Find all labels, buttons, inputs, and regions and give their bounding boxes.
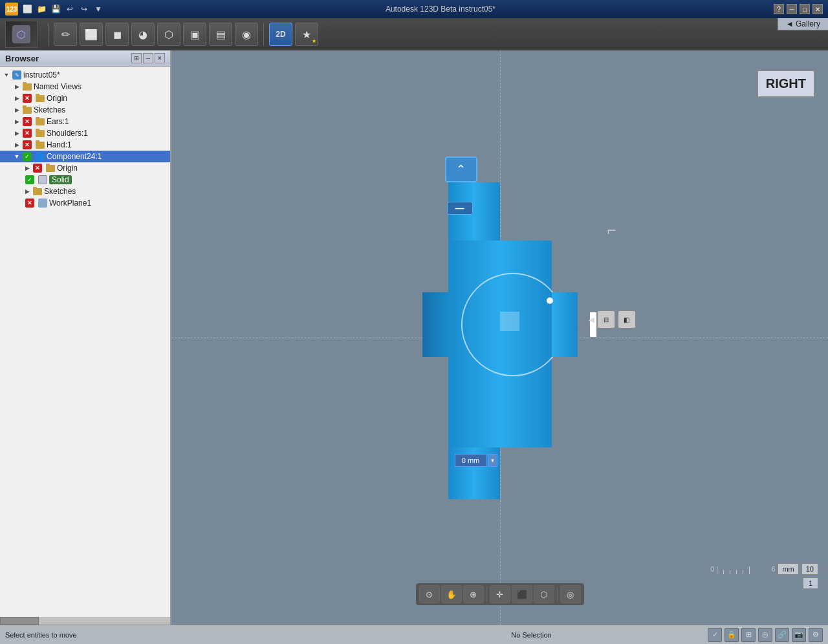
cross-left-arm xyxy=(422,292,448,357)
c24-origin-label: Origin xyxy=(57,164,78,173)
open-button[interactable]: 📁 xyxy=(35,3,48,16)
close-button[interactable]: ✕ xyxy=(812,4,823,14)
tool-2d[interactable]: 2D xyxy=(269,23,292,46)
status-lock-icon[interactable]: 🔒 xyxy=(724,628,739,642)
tree-origin[interactable]: ▶ ✕ Origin xyxy=(0,92,170,104)
component24-arrow[interactable]: ▼ xyxy=(13,153,21,160)
browser-min-btn[interactable]: ─ xyxy=(143,53,153,63)
tree-component24[interactable]: ▼ ✓ Component24:1 xyxy=(0,151,170,162)
tool-frame2[interactable]: ▤ xyxy=(209,23,232,46)
tree-sketches[interactable]: ▶ Sketches xyxy=(0,104,170,116)
status-settings-icon[interactable]: ⚙ xyxy=(809,628,823,642)
c24-origin-arrow[interactable]: ▶ xyxy=(23,164,31,172)
nav-move-btn[interactable]: ✛ xyxy=(490,585,510,603)
cross-right-arm xyxy=(552,292,578,357)
main-toolbar: ⬡ ✏ ⬜ ◼ ◕ ⬡ ▣ ▤ ◉ 2D ★ xyxy=(0,18,828,50)
tree-c24-workplane[interactable]: ✕ WorkPlane1 xyxy=(0,197,170,209)
tool-sphere[interactable]: ◕ xyxy=(131,23,155,46)
new-button[interactable]: ⬜ xyxy=(21,3,34,16)
cross-shape[interactable]: ⌃ — ◂ ⊟ ◧ ⌐ ▼ xyxy=(422,241,578,447)
corner-indicator: ⌐ xyxy=(607,221,616,239)
tool-box[interactable]: ⬜ xyxy=(80,23,103,46)
title-bar: 123 ⬜ 📁 💾 ↩ ↪ ▼ Autodesk 123D Beta instr… xyxy=(0,0,828,18)
nav-zoom-btn[interactable]: ⊕ xyxy=(463,585,484,603)
tree-ears[interactable]: ▶ ✕ Ears:1 xyxy=(0,116,170,127)
ctrl-btn-2[interactable]: ◧ xyxy=(618,310,636,328)
ears-label: Ears:1 xyxy=(47,117,69,126)
root-icon: ✎ xyxy=(12,70,22,80)
nav-look-btn[interactable]: ◎ xyxy=(560,585,581,603)
shoulders-icon: ✕ xyxy=(22,129,32,138)
tool-star[interactable]: ★ xyxy=(295,23,318,46)
browser-grid-btn[interactable]: ⊞ xyxy=(131,53,142,63)
browser-scrollbar[interactable] xyxy=(0,617,170,625)
tool-solid[interactable]: ◼ xyxy=(105,23,129,46)
shape-input-container: ▼ xyxy=(455,454,497,467)
file-tree: ▼ ✎ instruct05* ▶ Named Views ▶ xyxy=(0,67,170,625)
undo-button[interactable]: ↩ xyxy=(63,3,76,16)
root-arrow[interactable]: ▼ xyxy=(3,71,10,79)
tree-root[interactable]: ▼ ✎ instruct05* xyxy=(0,69,170,81)
arrow-right-icon: ◂ xyxy=(589,312,594,327)
named-views-icon xyxy=(22,82,32,91)
quick-access-toolbar: ⬜ 📁 💾 ↩ ↪ ▼ xyxy=(21,3,105,16)
tree-c24-origin[interactable]: ▶ ✕ Origin xyxy=(0,162,170,174)
save-button[interactable]: 💾 xyxy=(49,3,62,16)
window-controls: ? ─ □ ✕ xyxy=(774,4,823,14)
named-views-arrow[interactable]: ▶ xyxy=(13,83,21,91)
nav-face-btn[interactable]: ⬡ xyxy=(534,585,554,603)
c24-solid-icon1: ✓ xyxy=(25,175,35,184)
tool-frame[interactable]: ▣ xyxy=(183,23,206,46)
viewport[interactable]: RIGHT ⌃ xyxy=(171,50,828,625)
ctrl-btn-1[interactable]: ⊟ xyxy=(597,310,615,328)
shape-input-field[interactable] xyxy=(455,454,487,467)
zoom-badge: 10 xyxy=(801,563,818,575)
tree-hand[interactable]: ▶ ✕ Hand:1 xyxy=(0,139,170,151)
shape-minus-button[interactable]: — xyxy=(447,202,473,215)
redo-button[interactable]: ↪ xyxy=(78,3,91,16)
c24-sketches-arrow[interactable]: ▶ xyxy=(23,188,31,195)
component24-icon2 xyxy=(35,152,45,161)
help-button[interactable]: ? xyxy=(774,4,784,14)
c24-sketches-icon xyxy=(32,187,43,196)
browser-panel: Browser ⊞ ─ ✕ ▼ ✎ instruct05* ▶ xyxy=(0,50,171,625)
maximize-button[interactable]: □ xyxy=(800,4,810,14)
c24-solid-icon2 xyxy=(38,175,48,184)
nav-pan-btn[interactable]: ✋ xyxy=(441,585,462,603)
browser-close-btn[interactable]: ✕ xyxy=(155,53,165,63)
status-grid-icon[interactable]: ⊞ xyxy=(741,628,756,642)
status-link-icon[interactable]: 🔗 xyxy=(775,628,789,642)
toolbar-logo: ⬡ xyxy=(5,21,38,48)
minimize-button[interactable]: ─ xyxy=(787,4,797,14)
sketches-label: Sketches xyxy=(34,105,65,114)
scroll-thumb[interactable] xyxy=(0,617,39,625)
status-left-text: Select entities to move xyxy=(5,631,355,639)
shoulders-arrow[interactable]: ▶ xyxy=(13,129,21,137)
nav-orbit-btn[interactable]: ⊙ xyxy=(419,585,440,603)
tree-c24-solid[interactable]: ✓ Solid xyxy=(0,174,170,186)
sketches-arrow[interactable]: ▶ xyxy=(13,106,21,114)
shape-input-dropdown[interactable]: ▼ xyxy=(488,454,497,467)
tree-shoulders[interactable]: ▶ ✕ Shoulders:1 xyxy=(0,127,170,139)
tool-globe[interactable]: ◉ xyxy=(235,23,258,46)
ears-arrow[interactable]: ▶ xyxy=(13,118,21,125)
toolbar-separator-2 xyxy=(263,23,264,46)
tool-pencil[interactable]: ✏ xyxy=(54,23,77,46)
origin-folder-icon xyxy=(35,94,45,103)
nav-extrude-btn[interactable]: ⬛ xyxy=(512,585,532,603)
status-snap-icon[interactable]: ◎ xyxy=(758,628,772,642)
title-bar-left: 123 ⬜ 📁 💾 ↩ ↪ ▼ xyxy=(5,3,107,16)
gallery-tab[interactable]: ◄ Gallery xyxy=(778,18,828,30)
tree-named-views[interactable]: ▶ Named Views xyxy=(0,81,170,92)
tree-c24-sketches[interactable]: ▶ Sketches xyxy=(0,186,170,197)
status-check-icon[interactable]: ✓ xyxy=(708,628,722,642)
ruler-area: 0 6 mm 10 1 xyxy=(710,563,818,589)
status-camera-icon[interactable]: 📷 xyxy=(792,628,806,642)
shape-up-button[interactable]: ⌃ xyxy=(445,156,477,182)
hand-arrow[interactable]: ▶ xyxy=(13,141,21,149)
home-icon[interactable]: ⬡ xyxy=(12,25,30,43)
circle-drag-point[interactable] xyxy=(547,297,553,304)
tool-cylinder[interactable]: ⬡ xyxy=(157,23,180,46)
more-button[interactable]: ▼ xyxy=(92,3,105,16)
origin-arrow[interactable]: ▶ xyxy=(13,94,21,102)
